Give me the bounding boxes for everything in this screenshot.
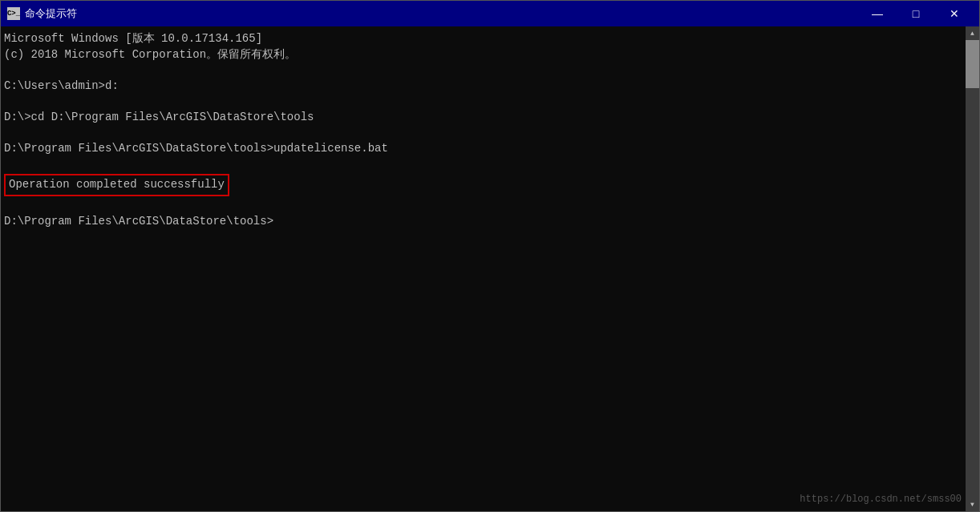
- close-button[interactable]: ✕: [936, 3, 973, 24]
- scrollbar[interactable]: ▲ ▼: [966, 26, 979, 511]
- terminal-line-6: D:\>cd D:\Program Files\ArcGIS\DataStore…: [4, 110, 976, 126]
- scroll-up-button[interactable]: ▲: [966, 26, 979, 40]
- terminal-empty-5: [4, 198, 976, 214]
- terminal-empty-3: [4, 126, 976, 142]
- terminal-empty-4: [4, 157, 976, 173]
- terminal-line-8: D:\Program Files\ArcGIS\DataStore\tools>…: [4, 141, 976, 157]
- terminal-body[interactable]: Microsoft Windows [版本 10.0.17134.165] (c…: [1, 26, 979, 511]
- success-message: Operation completed successfully: [9, 178, 225, 191]
- title-bar: C>_ 命令提示符 — □ ✕: [1, 1, 979, 26]
- scroll-down-button[interactable]: ▼: [966, 498, 979, 511]
- terminal-prompt-final: D:\Program Files\ArcGIS\DataStore\tools>: [4, 214, 976, 230]
- cmd-window: C>_ 命令提示符 — □ ✕ Microsoft Windows [版本 10…: [0, 0, 980, 512]
- cmd-icon: C>_: [7, 7, 20, 20]
- minimize-button[interactable]: —: [859, 3, 896, 24]
- terminal-empty-2: [4, 94, 976, 110]
- window-controls: — □ ✕: [859, 3, 973, 24]
- watermark: https://blog.csdn.net/smss00: [800, 493, 962, 506]
- window-title: 命令提示符: [25, 6, 77, 21]
- scrollbar-thumb[interactable]: [966, 40, 979, 88]
- terminal-empty-1: [4, 62, 976, 79]
- terminal-line-2: (c) 2018 Microsoft Corporation。保留所有权利。: [4, 47, 976, 63]
- scrollbar-track[interactable]: [966, 40, 979, 498]
- maximize-button[interactable]: □: [897, 3, 934, 24]
- success-highlight-box: Operation completed successfully: [4, 174, 229, 196]
- title-bar-left: C>_ 命令提示符: [7, 6, 77, 21]
- terminal-line-4: C:\Users\admin>d:: [4, 79, 976, 95]
- terminal-line-1: Microsoft Windows [版本 10.0.17134.165]: [4, 31, 976, 47]
